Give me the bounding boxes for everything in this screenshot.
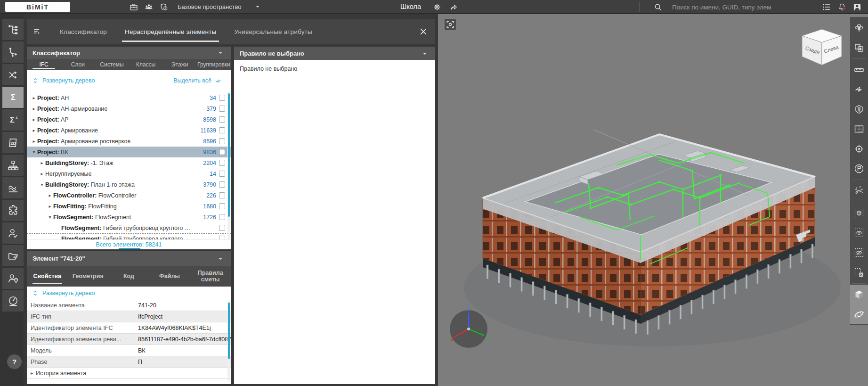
property-value[interactable]: IfcProject <box>133 311 231 322</box>
tree-row[interactable]: ▾FlowSegment: FlowSegment1726 <box>27 212 231 222</box>
tree-row-checkbox[interactable] <box>219 127 225 133</box>
tree-expander-icon[interactable]: ▾ <box>31 149 37 155</box>
property-value[interactable]: 1K84AW4yf068KIAK$T4E1j <box>133 322 231 333</box>
tree-row[interactable]: ▸Project: АР8598 <box>27 114 231 125</box>
property-value[interactable]: 741-20 <box>133 300 231 311</box>
tree-row[interactable]: ▾BuildingStorey: План 1-го этажа3790 <box>27 179 231 190</box>
left-tool-structure-tree[interactable] <box>2 19 24 40</box>
shield-clock-icon[interactable] <box>158 1 170 13</box>
element-tab-файлы[interactable]: Файлы <box>149 266 190 287</box>
tree-row[interactable]: ▸Project: АН34 <box>27 92 231 103</box>
axis-gizmo[interactable]: Z X Y <box>447 306 495 353</box>
tree-row[interactable]: ▸Project: АН-армирование379 <box>27 103 231 114</box>
tree-row[interactable]: ▸FlowController: FlowController226 <box>27 190 231 201</box>
subtab-слои[interactable]: Слои <box>61 59 95 70</box>
tree-expander-icon[interactable]: ▸ <box>47 204 53 209</box>
subtab-классы[interactable]: Классы <box>129 59 163 70</box>
props-scrollbar[interactable] <box>227 301 230 381</box>
property-value[interactable]: П <box>133 356 231 367</box>
tree-expander-icon[interactable]: ▾ <box>47 214 53 220</box>
panel-resize-handle[interactable] <box>119 248 140 249</box>
viewport-snapshot-button[interactable] <box>445 19 456 30</box>
expand-tree-button[interactable]: Развернуть дерево <box>32 77 95 84</box>
left-tool-sum-add[interactable]: Σ+ <box>2 109 24 131</box>
left-tool-user-location[interactable] <box>2 268 24 289</box>
view-tool-shaded-view[interactable] <box>850 285 868 304</box>
classifier-dropdown[interactable]: Классификатор <box>27 47 231 59</box>
property-value[interactable]: 85611187-e490-4b2b-ba6f-7dcff087... <box>133 334 231 345</box>
left-tool-pick-connected[interactable] <box>2 41 24 63</box>
subtab-системы[interactable]: Системы <box>95 59 129 70</box>
tree-row-checkbox[interactable] <box>219 160 225 166</box>
tree-row-checkbox[interactable] <box>219 214 225 220</box>
tree-row-checkbox[interactable] <box>219 138 225 144</box>
help-button[interactable]: ? <box>7 354 22 369</box>
subtab-группировки[interactable]: Группировки <box>197 59 231 70</box>
view-tool-frame-cube[interactable] <box>850 203 868 223</box>
left-tool-sum-classifier[interactable]: Σ <box>2 87 24 108</box>
tree-row[interactable]: ▸Project: Армирование ростверков8596 <box>27 136 231 147</box>
team-icon[interactable] <box>143 1 154 13</box>
view-tool-model-tree[interactable] <box>850 18 868 38</box>
view-tool-select-elements[interactable] <box>850 38 868 57</box>
element-dropdown[interactable]: Элемент "741-20" <box>27 251 231 266</box>
tree-row-checkbox[interactable] <box>219 149 225 155</box>
view-tool-flag[interactable] <box>850 159 868 179</box>
expand-props-tree-button[interactable]: Развернуть дерево <box>32 289 95 297</box>
tree-row[interactable]: ▸BuildingStorey: -1. Этаж2204 <box>27 157 231 168</box>
view-tool-section-plane[interactable] <box>850 80 868 99</box>
subtab-ifc[interactable]: IFC <box>27 59 61 70</box>
subtab-этажи[interactable]: Этажи <box>163 59 197 70</box>
tree-row-checkbox[interactable] <box>219 181 225 188</box>
search-input[interactable] <box>671 1 805 13</box>
tree-expander-icon[interactable]: ▸ <box>39 171 45 176</box>
select-all-button[interactable]: Выделить всё <box>173 77 222 84</box>
3d-viewport[interactable]: Сзади Слева Z X Y 12 <box>438 14 868 386</box>
tree-row[interactable]: ▸FlowFitting: FlowFitting1680 <box>27 201 231 212</box>
navigation-cube[interactable]: Сзади Слева <box>796 25 848 76</box>
left-tool-org-chart[interactable] <box>2 155 24 176</box>
element-tab-правила-сметы[interactable]: Правила сметы <box>190 266 231 287</box>
tree-expander-icon[interactable]: ▸ <box>31 139 37 144</box>
workspace-dropdown[interactable]: Базовое пространство <box>178 0 261 13</box>
list-view-icon[interactable] <box>821 1 832 13</box>
tree-expander-icon[interactable]: ▸ <box>31 95 37 100</box>
view-tool-ruler[interactable] <box>850 60 868 80</box>
left-tool-match-elements[interactable] <box>2 64 24 85</box>
history-row[interactable]: ▸ История элемента <box>27 368 231 379</box>
left-tool-import-folder[interactable] <box>2 245 24 266</box>
view-tool-orbit-view[interactable] <box>850 304 868 324</box>
share-icon[interactable] <box>448 1 459 13</box>
collapse-panel-icon[interactable] <box>32 26 43 37</box>
tree-row-checkbox[interactable] <box>219 116 225 123</box>
property-value[interactable]: ВК <box>133 345 231 356</box>
view-tool-locate[interactable] <box>850 139 868 159</box>
tree-expander-icon[interactable]: ▸ <box>31 128 37 133</box>
tree-expander-icon[interactable]: ▸ <box>31 106 37 111</box>
view-tool-box-section[interactable] <box>850 99 868 119</box>
view-tool-hide-axes[interactable]: 12 <box>850 181 868 201</box>
tree-expander-icon[interactable]: ▸ <box>31 117 37 122</box>
tab-unassigned-elements[interactable]: Нераспределённые элементы <box>119 19 222 44</box>
element-tab-код[interactable]: Код <box>108 266 149 287</box>
element-tab-геометрия[interactable]: Геометрия <box>68 266 109 287</box>
rule-dropdown[interactable]: Правило не выбрано <box>234 47 435 60</box>
tree-row-checkbox[interactable] <box>219 171 225 177</box>
left-tool-user-tasks[interactable] <box>2 222 24 244</box>
element-tab-свойства[interactable]: Свойства <box>27 266 68 287</box>
tab-universal-attributes[interactable]: Универсальные атрибуты <box>228 19 318 44</box>
search-icon[interactable] <box>652 1 664 13</box>
left-tool-plugins[interactable] <box>2 200 24 221</box>
view-tool-frame-deselect[interactable] <box>850 263 868 282</box>
view-tool-frame-show[interactable] <box>850 223 868 243</box>
tree-expander-icon[interactable]: ▸ <box>39 160 45 165</box>
left-tool-view-2d[interactable]: 2D <box>2 132 24 153</box>
tree-row[interactable]: FlowSegment: Гибкий трубопровод круглого… <box>27 233 231 240</box>
view-tool-frame-hide[interactable] <box>850 243 868 263</box>
tree-expander-icon[interactable]: ▸ <box>47 193 53 198</box>
left-tool-charts[interactable] <box>2 177 24 198</box>
view-tool-floor-plan[interactable] <box>850 119 868 139</box>
tree-row[interactable]: ▸Негруппируемые14 <box>27 168 231 179</box>
tree-row[interactable]: ▸Project: Армирование11639 <box>27 125 231 136</box>
notifications-bell-icon[interactable] <box>836 1 848 13</box>
